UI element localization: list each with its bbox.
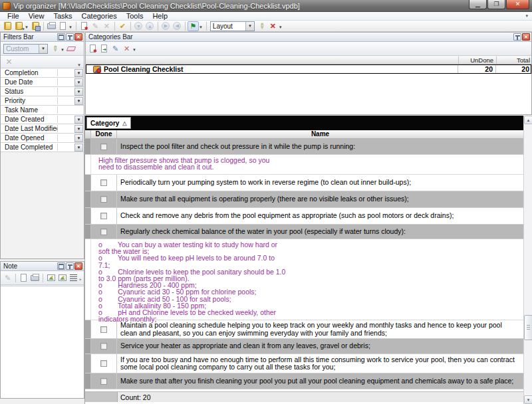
task-row[interactable]: Periodically turn your pumping system to… [85,175,523,191]
categories-close-icon[interactable]: ✕ [522,33,530,41]
note-row[interactable]: High filter pressure shows that pump is … [85,155,523,175]
filter-date-created-dropdown-icon[interactable]: ▼ [74,116,83,124]
open-database-dropdown-icon[interactable]: ▼ [25,25,29,29]
minimize-button[interactable]: ▁ [469,0,487,9]
categories-undone-column[interactable]: UnDone [458,56,496,64]
category-row[interactable]: Pool Cleaning Checklist 20 20 [86,64,531,74]
task-row[interactable]: If you are too busy and have no enough t… [85,354,523,373]
new-category-button[interactable] [87,44,98,54]
print-dropdown-icon[interactable]: ▼ [68,25,72,29]
filters-close-icon[interactable]: ✕ [74,33,82,41]
toolbar-overflow-icon[interactable]: ▼ [279,25,283,29]
new-database-button[interactable] [2,21,13,31]
filter-preset-combobox[interactable]: Custom ▼ [3,44,48,54]
filter-date-opened-dropdown-icon[interactable]: ▼ [74,134,83,142]
view-mode-button[interactable]: ⚑ [188,21,199,31]
indent-task-button[interactable]: ▶ [160,21,172,31]
filter-date-completed-dropdown-icon[interactable]: ▼ [74,144,83,152]
task-row[interactable]: Check and remove any debris from the poo… [85,208,523,225]
task-row[interactable]: Regularly check chemical balance of the … [85,225,523,239]
note-close-icon[interactable]: ✕ [74,262,82,270]
note-insert-object-button[interactable] [57,273,68,283]
maximize-button[interactable]: ❐ [487,0,505,9]
filters-overflow-icon[interactable]: ▼ [77,63,81,67]
filter-priority-dropdown-icon[interactable]: ▼ [74,97,83,105]
delete-layout-button[interactable]: ✕ [267,21,279,31]
note-pin-icon[interactable] [66,262,74,270]
note-overflow-icon[interactable]: » [79,277,81,281]
scroll-up-icon[interactable]: ▲ [524,116,532,124]
task-checkbox[interactable] [100,326,107,333]
move-up-button[interactable]: ▲ [144,21,156,31]
note-edit-button[interactable]: ✎ [2,273,13,283]
note-print-button[interactable] [29,273,41,283]
filter-date-last-modified-dropdown-icon[interactable]: ▼ [74,125,83,133]
save-filter-button[interactable]: ✎ [49,44,61,54]
edit-task-button[interactable]: ✎ [90,21,101,31]
new-task-button[interactable] [78,21,90,31]
note-preview-button[interactable] [18,273,29,283]
complete-task-button[interactable]: ✔ [117,21,128,31]
task-checkbox[interactable] [100,196,107,203]
open-database-button[interactable] [13,21,25,31]
layout-combobox-dropdown-icon[interactable]: ▼ [245,22,254,31]
task-row[interactable]: Inspect the pool filter and check out pr… [85,139,523,155]
filters-pin-icon[interactable] [66,33,74,41]
menu-help[interactable]: Help [148,12,172,21]
categories-overflow-icon[interactable]: ▼ [132,48,136,52]
edit-category-button[interactable]: ✎ [110,44,121,54]
outdent-task-button[interactable]: ◀ [172,21,183,31]
vertical-scrollbar[interactable]: ▲ ▼ [523,116,532,404]
task-checkbox[interactable] [100,179,107,186]
menu-categories[interactable]: Categories [77,12,122,21]
scroll-down-icon[interactable]: ▼ [524,395,532,404]
task-row[interactable]: Service your heater as appropriate and c… [85,339,523,354]
save-filter-dropdown-icon[interactable]: ▼ [61,48,65,52]
task-checkbox[interactable] [100,144,107,150]
task-checkbox[interactable] [100,229,107,235]
clear-filter-button[interactable] [66,44,77,54]
menu-tools[interactable]: Tools [122,12,148,21]
note-row[interactable]: o You can buy a water testing kit to stu… [85,239,523,320]
name-column-header[interactable]: Name [117,130,523,138]
categories-total-column[interactable]: Total [496,56,531,64]
filter-completion-dropdown-icon[interactable]: ▼ [74,69,83,77]
task-checkbox[interactable] [100,378,107,385]
categories-name-column[interactable] [86,56,458,64]
task-checkbox[interactable] [100,343,107,350]
menu-file[interactable]: File [3,12,24,21]
print-button[interactable] [46,21,57,31]
layout-combobox[interactable]: Layout ▼ [210,21,255,31]
note-insert-image-button[interactable] [45,273,57,283]
new-subcategory-button[interactable] [98,44,110,54]
delete-task-button[interactable]: ✕ [101,21,112,31]
task-row[interactable]: Make sure that all equipment is operatin… [85,191,523,208]
task-checkbox[interactable] [100,360,107,367]
done-column-header[interactable]: Done [91,130,117,138]
task-row[interactable]: Make sure that after you finish cleaning… [85,373,523,389]
close-button[interactable]: ✕ [506,0,529,9]
view-mode-dropdown-icon[interactable]: ▼ [199,25,203,29]
menu-tasks[interactable]: Tasks [49,12,76,21]
delete-category-button[interactable]: ✕ [121,44,132,54]
categories-pin-icon[interactable] [513,33,521,41]
filter-status-dropdown-icon[interactable]: ▼ [74,88,83,96]
print-preview-button[interactable] [57,21,68,31]
save-layout-button[interactable]: ✎ [256,21,267,31]
filter-preset-dropdown-icon[interactable]: ▼ [39,45,47,53]
menubar-overflow-icon[interactable]: ▾ [525,13,528,19]
save-database-button[interactable] [30,21,41,31]
group-by-category-button[interactable]: Category △ [86,117,131,129]
filter-due-date-dropdown-icon[interactable]: ▼ [74,78,83,86]
task-checkbox[interactable] [100,213,107,219]
note-bullet-list-button[interactable] [68,273,79,283]
scrollbar-thumb[interactable] [524,315,532,340]
note-content[interactable] [1,286,84,398]
move-down-button[interactable]: ▼ [133,21,144,31]
note-menu-icon[interactable] [57,262,65,270]
menu-view[interactable]: View [24,12,49,21]
task-row[interactable]: Maintain a pool cleaning schedule helpin… [85,320,523,339]
filters-menu-icon[interactable] [57,33,65,41]
remove-filter-button[interactable]: ✕ [3,57,15,67]
window-title: Vip organizer [M:\Vlad\Checklists\Pool C… [13,2,300,10]
